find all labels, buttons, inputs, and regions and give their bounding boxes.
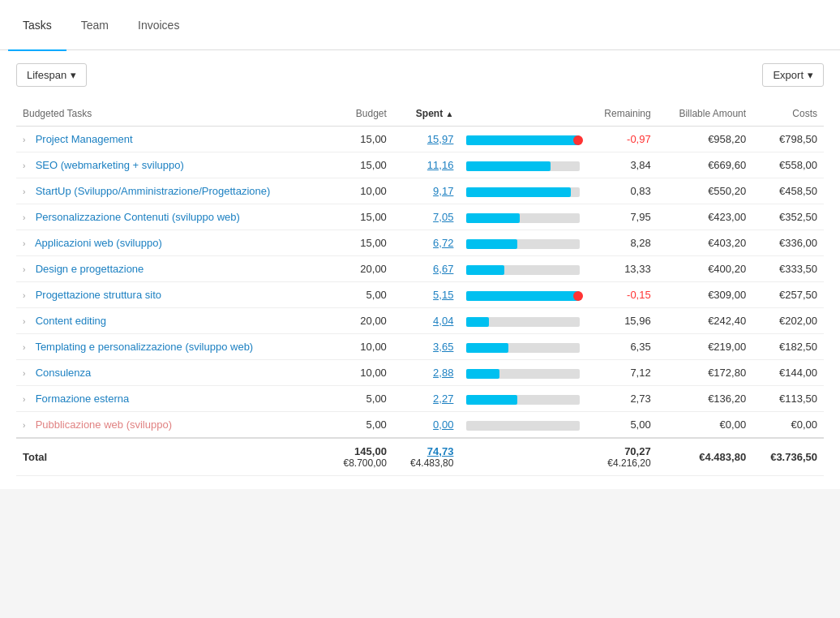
- progress-bar-container: [466, 291, 580, 301]
- task-name-link[interactable]: Personalizzazione Contenuti (sviluppo we…: [36, 211, 240, 223]
- expand-chevron[interactable]: ›: [23, 187, 32, 196]
- table-row: › Personalizzazione Contenuti (sviluppo …: [16, 204, 824, 230]
- expand-chevron[interactable]: ›: [23, 395, 32, 404]
- expand-chevron[interactable]: ›: [23, 161, 32, 170]
- expand-chevron[interactable]: ›: [23, 135, 32, 144]
- task-spent[interactable]: 9,17: [393, 178, 461, 204]
- task-name-link[interactable]: Progettazione struttura sito: [36, 289, 161, 301]
- task-remaining: 6,35: [586, 334, 657, 360]
- table-row: › Design e progettazione 20,00 6,67 13,3…: [16, 256, 824, 282]
- task-progress-cell: [460, 360, 586, 386]
- task-costs: €144,00: [752, 360, 824, 386]
- task-billable: €403,20: [658, 230, 752, 256]
- task-name-link[interactable]: Content editing: [36, 315, 106, 327]
- table-header-row: Budgeted Tasks Budget Spent ▲ Remaining …: [16, 101, 824, 127]
- expand-chevron[interactable]: ›: [23, 239, 32, 248]
- spent-value-link[interactable]: 0,00: [433, 418, 453, 431]
- total-spent-link[interactable]: 74,73: [427, 445, 454, 457]
- spent-value-link[interactable]: 6,72: [433, 237, 453, 249]
- spent-value-link[interactable]: 4,04: [433, 315, 453, 327]
- task-name-link[interactable]: Project Management: [36, 133, 133, 145]
- task-remaining: -0,97: [586, 127, 657, 152]
- progress-bar-fill: [466, 265, 504, 275]
- task-costs: €458,50: [752, 178, 824, 204]
- table-row: › Content editing 20,00 4,04 15,96 €242,…: [16, 308, 824, 334]
- task-spent[interactable]: 7,05: [393, 204, 461, 230]
- tab-invoices[interactable]: Invoices: [123, 1, 194, 51]
- progress-bar-container: [466, 395, 580, 405]
- task-costs: €182,50: [752, 334, 824, 360]
- spent-value-link[interactable]: 5,15: [433, 289, 453, 301]
- sort-asc-icon: ▲: [446, 109, 454, 118]
- col-progress-bar-header: [460, 101, 586, 127]
- total-progress-empty: [460, 438, 586, 476]
- task-billable: €309,00: [658, 282, 752, 308]
- task-progress-cell: [460, 386, 586, 412]
- tab-team[interactable]: Team: [66, 1, 123, 51]
- task-spent[interactable]: 3,65: [393, 334, 461, 360]
- lifespan-label: Lifespan: [27, 69, 66, 81]
- progress-bar-container: [466, 161, 580, 171]
- spent-value-link[interactable]: 11,16: [427, 159, 454, 171]
- task-spent[interactable]: 11,16: [393, 152, 461, 178]
- task-spent[interactable]: 2,88: [393, 360, 461, 386]
- task-budget: 10,00: [326, 360, 393, 386]
- progress-bar-container: [466, 265, 580, 275]
- task-spent[interactable]: 2,27: [393, 386, 461, 412]
- spent-value-link[interactable]: 7,05: [433, 211, 453, 223]
- expand-chevron[interactable]: ›: [23, 421, 32, 430]
- expand-chevron[interactable]: ›: [23, 317, 32, 326]
- task-name-link[interactable]: Templating e personalizzazione (sviluppo…: [35, 341, 253, 353]
- task-name-link[interactable]: StartUp (Sviluppo/Amministrazione/Proget…: [36, 185, 271, 197]
- expand-chevron[interactable]: ›: [23, 213, 32, 222]
- task-spent[interactable]: 6,67: [393, 256, 461, 282]
- spent-value-link[interactable]: 2,88: [433, 367, 453, 379]
- expand-chevron[interactable]: ›: [23, 265, 32, 274]
- task-budget: 5,00: [326, 412, 393, 439]
- task-remaining: 13,33: [586, 256, 657, 282]
- task-name-cell: › Content editing: [16, 308, 326, 334]
- lifespan-button[interactable]: Lifespan ▾: [16, 63, 87, 87]
- task-spent[interactable]: 0,00: [393, 412, 461, 439]
- task-name-link[interactable]: Design e progettazione: [36, 263, 144, 275]
- export-button[interactable]: Export ▾: [762, 63, 824, 87]
- task-name-cell: › Personalizzazione Contenuti (sviluppo …: [16, 204, 326, 230]
- task-remaining: 15,96: [586, 308, 657, 334]
- task-remaining: 3,84: [586, 152, 657, 178]
- col-spent[interactable]: Spent ▲: [393, 101, 461, 127]
- task-billable: €423,00: [658, 204, 752, 230]
- progress-bar-container: [466, 421, 580, 431]
- task-remaining: 2,73: [586, 386, 657, 412]
- task-name-link[interactable]: Consulenza: [36, 367, 92, 379]
- task-billable: €958,20: [658, 127, 752, 152]
- task-name-link[interactable]: Formazione esterna: [36, 393, 130, 405]
- task-progress-cell: [460, 334, 586, 360]
- expand-chevron[interactable]: ›: [23, 291, 32, 300]
- task-name-link[interactable]: Applicazioni web (sviluppo): [35, 237, 162, 249]
- expand-chevron[interactable]: ›: [23, 369, 32, 378]
- table-row: › Progettazione struttura sito 5,00 5,15…: [16, 282, 824, 308]
- task-name-link[interactable]: SEO (webmarketing + sviluppo): [36, 159, 184, 171]
- spent-value-link[interactable]: 3,65: [433, 341, 453, 353]
- task-billable: €136,20: [658, 386, 752, 412]
- expand-chevron[interactable]: ›: [23, 343, 32, 352]
- spent-value-link[interactable]: 9,17: [433, 185, 453, 197]
- task-remaining: 7,12: [586, 360, 657, 386]
- spent-value-link[interactable]: 15,97: [427, 133, 454, 145]
- task-billable: €0,00: [658, 412, 752, 439]
- task-costs: €352,50: [752, 204, 824, 230]
- table-row: › Project Management 15,00 15,97 -0,97 €…: [16, 127, 824, 152]
- task-spent[interactable]: 15,97: [393, 127, 461, 152]
- task-spent[interactable]: 4,04: [393, 308, 461, 334]
- total-spent[interactable]: 74,73 €4.483,80: [393, 438, 461, 476]
- progress-bar-fill: [466, 317, 489, 327]
- task-spent[interactable]: 6,72: [393, 230, 461, 256]
- tab-tasks[interactable]: Tasks: [8, 1, 66, 51]
- task-costs: €333,50: [752, 256, 824, 282]
- task-spent[interactable]: 5,15: [393, 282, 461, 308]
- spent-value-link[interactable]: 2,27: [433, 393, 453, 405]
- progress-bar-fill: [466, 239, 517, 249]
- spent-value-link[interactable]: 6,67: [433, 263, 453, 275]
- task-billable: €550,20: [658, 178, 752, 204]
- task-progress-cell: [460, 230, 586, 256]
